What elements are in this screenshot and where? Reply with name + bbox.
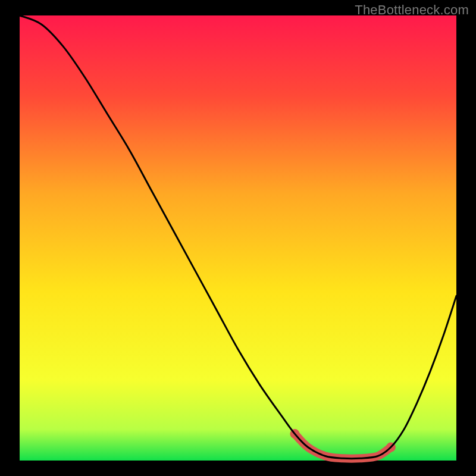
plot-background — [20, 15, 456, 461]
chart-container: TheBottleneck.com — [0, 0, 476, 476]
bottleneck-chart — [0, 0, 476, 476]
attribution-label: TheBottleneck.com — [355, 2, 469, 18]
